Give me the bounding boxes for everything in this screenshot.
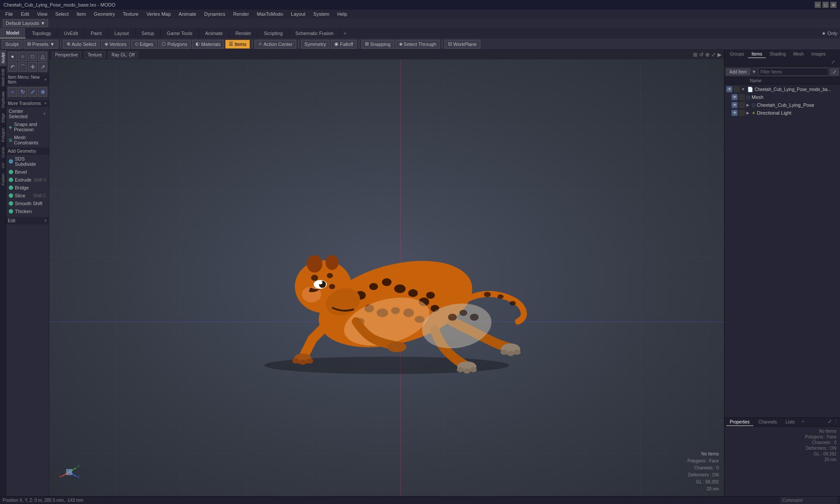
prop-tab-add-button[interactable]: + <box>802 419 804 426</box>
snapping-button[interactable]: ⊞ Snapping <box>361 40 394 49</box>
maximize-button[interactable]: □ <box>822 2 829 8</box>
menu-layout[interactable]: Layout <box>287 10 309 18</box>
sculpt-button[interactable]: Sculpt <box>2 40 22 49</box>
smooth-shift-button[interactable]: Smooth Shift <box>6 200 49 207</box>
rpanel-tab-shading[interactable]: Shading <box>766 51 789 58</box>
filter-expand-button[interactable]: ⤢ <box>830 69 838 75</box>
menu-texture[interactable]: Texture <box>119 10 142 18</box>
item-lock-light[interactable] <box>739 110 745 116</box>
prop-expand-icon[interactable]: ⤢ <box>828 419 832 426</box>
bevel-button[interactable]: Bevel <box>6 168 49 176</box>
tab-animate[interactable]: Animate <box>199 28 229 38</box>
menu-dynamics[interactable]: Dynamics <box>201 10 229 18</box>
vtab-duplicate[interactable]: Duplicate <box>0 89 6 111</box>
more-transforms-header[interactable]: More Transforms ▼ <box>6 100 49 107</box>
viewport-icon-5[interactable]: ▶ <box>718 52 721 58</box>
tool-transform[interactable]: ⊕ <box>38 87 47 97</box>
vtab-curve[interactable]: Curve <box>0 144 6 160</box>
vtab-uv[interactable]: UV <box>0 160 6 171</box>
menu-animate[interactable]: Animate <box>175 10 200 18</box>
layout-label[interactable]: Default Layouts ▼ <box>3 19 48 27</box>
tool-icon-rotate-ccw[interactable]: ↶ <box>8 62 17 72</box>
selectthrough-button[interactable]: ◈ Select Through <box>396 40 440 49</box>
viewport-icon-3[interactable]: ⊕ <box>705 52 710 58</box>
tool-scale[interactable]: ⤢ <box>28 87 37 97</box>
add-geometry-header[interactable]: Add Geometry <box>6 147 49 155</box>
edit-header[interactable]: Edit ▼ <box>6 217 49 224</box>
item-eye-cheetah[interactable]: 👁 <box>732 102 738 108</box>
menu-geometry[interactable]: Geometry <box>90 10 118 18</box>
tab-setup[interactable]: Setup <box>136 28 161 38</box>
item-eye-file[interactable]: 👁 <box>726 86 732 92</box>
tab-schematic[interactable]: Schematic Fusion <box>289 28 340 38</box>
sds-subdivide-button[interactable]: SDS Subdivide <box>6 155 49 168</box>
edges-button[interactable]: ◇ Edges <box>131 40 157 49</box>
actioncenter-button[interactable]: ⊹ Action Center <box>255 40 296 49</box>
bridge-button[interactable]: Bridge <box>6 184 49 192</box>
tab-paint[interactable]: Paint <box>84 28 108 38</box>
close-button[interactable]: ✕ <box>830 2 836 8</box>
symmetry-button[interactable]: Symmetry <box>301 40 330 49</box>
menu-file[interactable]: File <box>2 10 17 18</box>
filter-items-input[interactable] <box>758 68 829 76</box>
tab-layout[interactable]: Layout <box>108 28 136 38</box>
item-eye-light[interactable]: 👁 <box>732 110 738 116</box>
items-button[interactable]: ☰ Items <box>225 40 250 49</box>
item-row-mesh[interactable]: 👁 ⬡ Mesh <box>724 93 840 101</box>
tab-topology[interactable]: Topology <box>26 28 58 38</box>
tool-rotate[interactable]: ↻ <box>18 87 27 97</box>
menu-maxtomodo[interactable]: MaxToModo <box>253 10 287 18</box>
command-input-area[interactable] <box>780 497 837 504</box>
add-tab-button[interactable]: + <box>340 28 350 38</box>
vtab-polygon[interactable]: Polygon <box>0 125 6 145</box>
menu-select[interactable]: Select <box>52 10 72 18</box>
vertices-button[interactable]: ◈ Vertices <box>101 40 130 49</box>
rpanel-tab-images[interactable]: Images <box>808 51 829 58</box>
menu-view[interactable]: View <box>34 10 51 18</box>
rpanel-tab-items[interactable]: Items <box>748 51 766 58</box>
tab-gametools[interactable]: Game Tools <box>161 28 199 38</box>
tab-render[interactable]: Render <box>229 28 258 38</box>
item-eye-mesh[interactable]: 👁 <box>732 94 738 100</box>
tool-icon-triangle[interactable]: △ <box>38 52 47 61</box>
item-lock-mesh[interactable] <box>739 94 745 100</box>
viewport-icon-2[interactable]: ↺ <box>699 52 704 58</box>
item-row-cheetah[interactable]: 👁 ▶ ⬡ Cheetah_Cub_Lying_Pose <box>724 101 840 109</box>
tab-model[interactable]: Model <box>0 28 26 38</box>
menu-help[interactable]: Help <box>334 10 351 18</box>
snaps-precision-button[interactable]: ◈ Snaps and Precision <box>6 120 49 133</box>
viewport-icon-1[interactable]: ⊞ <box>693 52 697 58</box>
rpanel-expand-button[interactable]: ⤢ <box>828 59 838 66</box>
tab-scripting[interactable]: Scripting <box>258 28 289 38</box>
thicken-button[interactable]: Thicken <box>6 207 49 215</box>
vtab-sculpt[interactable]: Sculpt <box>0 50 6 66</box>
tool-icon-cross[interactable]: ✛ <box>28 62 37 72</box>
tool-icon-square[interactable]: □ <box>28 52 37 61</box>
viewport[interactable]: Perspective Texture Ray GL: Off ⊞ ↺ ⊕ ⤢ … <box>49 50 724 496</box>
presets-button[interactable]: ⊞ Presets ▼ <box>24 40 58 49</box>
window-controls[interactable]: ─ □ ✕ <box>815 2 836 8</box>
menu-item[interactable]: Item <box>73 10 89 18</box>
workplane-button[interactable]: ⊟ WorkPlane <box>444 40 480 49</box>
viewport-icon-4[interactable]: ⤢ <box>711 52 716 58</box>
vtab-mesh-edit[interactable]: Mesh Edit <box>0 66 6 89</box>
slice-button[interactable]: Slice Shift C <box>6 192 49 200</box>
menu-system[interactable]: System <box>310 10 333 18</box>
vtab-edge[interactable]: Edge <box>0 111 6 125</box>
falloff-button[interactable]: ◉ Falloff <box>331 40 357 49</box>
menu-vertexmap[interactable]: Vertex Map <box>143 10 175 18</box>
minimize-button[interactable]: ─ <box>815 2 821 8</box>
center-selected-button[interactable]: Center Selected ▼ <box>6 107 49 120</box>
menu-edit[interactable]: Edit <box>18 10 33 18</box>
tool-icon-arrow-right[interactable]: ↗ <box>38 62 47 72</box>
tab-uvedit[interactable]: UvEdit <box>58 28 84 38</box>
items-list[interactable]: 👁 ▼ 📄 Cheetah_Cub_Lying_Pose_modo_ba... … <box>724 84 840 252</box>
materials-button[interactable]: ◐ Materials <box>192 40 224 49</box>
tool-move[interactable]: ↔ <box>8 87 17 97</box>
item-row-light[interactable]: 👁 ▶ ☀ Directional Light <box>724 109 840 117</box>
tool-icon-circle[interactable]: ● <box>8 52 17 61</box>
add-item-dropdown-icon[interactable]: ▼ <box>752 69 756 74</box>
prop-tab-properties[interactable]: Properties <box>726 419 753 426</box>
item-row-file[interactable]: 👁 ▼ 📄 Cheetah_Cub_Lying_Pose_modo_ba... <box>724 85 840 93</box>
item-menu-header[interactable]: Item Menu: New Item ▼ <box>6 74 49 86</box>
